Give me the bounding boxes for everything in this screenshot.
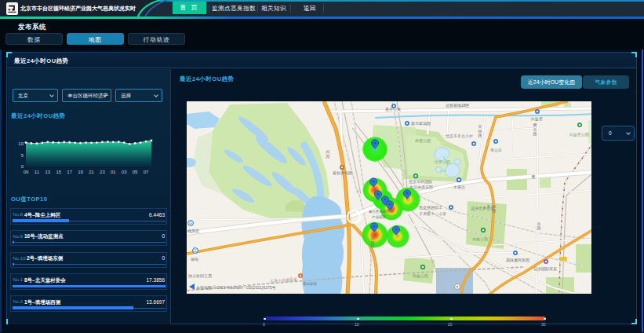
svg-text:高德地图 © 2021 AutoNavi - GS(2021: 高德地图 © 2021 AutoNavi - GS(2021)6375号 [196,285,276,291]
svg-text:21: 21 [89,170,94,174]
svg-text:子弟第十一小学: 子弟第十一小学 [419,211,446,217]
svg-text:05: 05 [133,170,138,174]
svg-text:路: 路 [537,225,541,230]
svg-text:颐鑫公园: 颐鑫公园 [413,273,428,279]
svg-text:樊: 樊 [532,174,536,179]
svg-text:高尔夫俱乐部: 高尔夫俱乐部 [409,185,433,190]
svg-text:环: 环 [371,244,375,249]
svg-text:19: 19 [78,170,83,174]
svg-text:白盆窑公园: 白盆窑公园 [569,132,589,137]
svg-text:槐房西: 槐房西 [187,229,199,234]
svg-text:独义村回王房: 独义村回王房 [188,273,212,279]
svg-text:银地家园: 银地家园 [303,281,317,286]
svg-text:莘公庄: 莘公庄 [490,148,502,152]
svg-text:23: 23 [100,170,105,174]
svg-text:北京市丰台八中: 北京市丰台八中 [446,134,473,139]
svg-text:园: 园 [326,154,330,159]
svg-text:07: 07 [144,170,149,174]
svg-text:花乡国际家居: 花乡国际家居 [533,266,557,272]
svg-text:03: 03 [122,170,127,174]
svg-text:G: G [189,221,192,225]
svg-text:路: 路 [493,208,497,213]
svg-text:大葆台: 大葆台 [453,185,465,189]
svg-text:01: 01 [111,170,116,174]
svg-text:易保康阿家园: 易保康阿家园 [506,258,529,263]
svg-text:G: G [194,249,197,253]
svg-text:葆甸: 葆甸 [191,257,198,262]
svg-text:新华双加园: 新华双加园 [411,121,431,126]
svg-text:0: 0 [21,164,24,169]
svg-text:10: 10 [18,141,24,146]
svg-text:世界公园: 世界公园 [434,159,450,165]
svg-text:路: 路 [478,133,482,137]
svg-text:17: 17 [67,170,72,174]
svg-text:09: 09 [24,170,29,174]
svg-text:丰: 丰 [487,204,491,209]
svg-text:11: 11 [35,170,40,174]
svg-text:13: 13 [45,170,50,174]
svg-text:花乡世界名居: 花乡世界名居 [471,206,494,211]
svg-text:北京铁路职工: 北京铁路职工 [419,205,442,210]
svg-text:白盆窑: 白盆窑 [531,116,543,122]
svg-text:北京华科国际: 北京华科国际 [409,179,432,185]
svg-text:15: 15 [56,170,61,174]
svg-text:产业园区: 产业园区 [372,214,387,219]
svg-text:路: 路 [533,131,537,136]
svg-text:总部基地18区: 总部基地18区 [446,103,470,108]
svg-text:高鑫公园: 高鑫公园 [472,236,488,242]
svg-text:5: 5 [21,153,24,158]
svg-text:御景公园: 御景公园 [415,138,431,144]
svg-text:紫谷伊甸园: 紫谷伊甸园 [333,170,352,176]
